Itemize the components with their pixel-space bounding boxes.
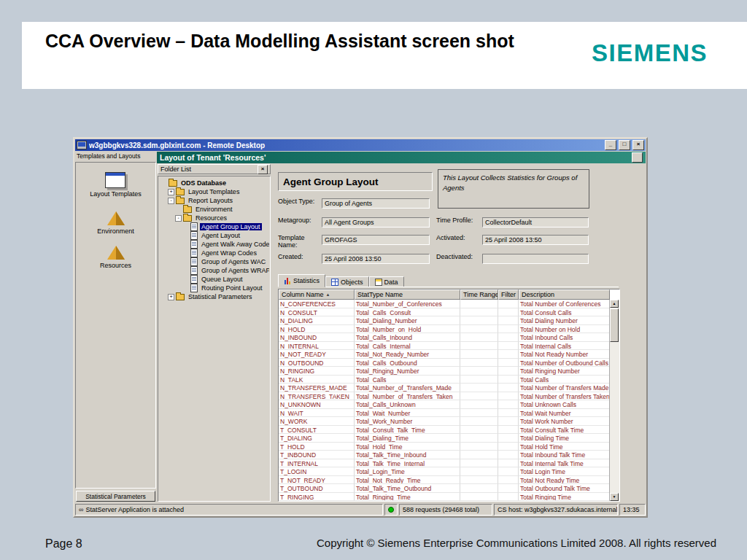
left-panel-items: Layout TemplatesEnvironmentResources — [75, 162, 156, 489]
table-cell: Total_Number_on_Hold — [355, 325, 460, 334]
tree-item[interactable]: Agent Walk Away Codes — [159, 240, 269, 249]
column-header-time-range[interactable]: Time Range — [460, 289, 498, 300]
field-label: Time Profile: — [436, 217, 479, 225]
table-cell — [460, 367, 498, 376]
tab-objects[interactable]: Objects — [325, 276, 369, 287]
table-cell: Total Hold Time — [519, 443, 610, 451]
left-panel-item-resources[interactable]: Resources — [100, 246, 131, 269]
tree-expander[interactable]: + — [168, 189, 174, 195]
table-row[interactable]: N_TALKTotal_CallsTotal Calls — [279, 376, 610, 384]
table-cell: T_HOLD — [279, 443, 355, 451]
tree-item[interactable]: Queue Layout — [159, 275, 269, 284]
field-value[interactable] — [482, 254, 589, 264]
tree-item[interactable]: +Statistical Parameters — [159, 292, 269, 301]
tree-expander[interactable]: - — [168, 198, 174, 204]
table-row[interactable]: T_OUTBOUNDTotal_Talk_Time_OutboundTotal … — [279, 484, 610, 493]
field-label: Deactivated: — [436, 254, 479, 261]
copyright: Copyright © Siemens Enterprise Communica… — [317, 537, 716, 549]
table-row[interactable]: T_RINGINGTotal_Ringing_TimeTotal Ringing… — [279, 493, 610, 502]
table-cell — [460, 300, 498, 308]
tree-expander[interactable]: + — [168, 294, 174, 300]
scroll-up-icon[interactable]: ▲ — [610, 300, 619, 308]
table-cell — [498, 476, 519, 485]
tree-item[interactable]: ODS Database — [159, 179, 269, 187]
table-cell: Total Inbound Talk Time — [519, 451, 610, 459]
folder-list-header[interactable]: Folder List × — [158, 164, 271, 174]
tree-item[interactable]: Agent Wrap Codes — [159, 249, 269, 257]
tree-item[interactable]: -Report Layouts — [159, 196, 269, 205]
column-header-filter[interactable]: Filter — [498, 289, 519, 300]
table-row[interactable]: N_NOT_READYTotal_Not_Ready_NumberTotal N… — [279, 350, 610, 359]
table-row[interactable]: T_CONSULTTotal_Consult_Talk_TimeTotal Co… — [279, 426, 610, 435]
table-cell — [498, 417, 519, 426]
table-row[interactable]: T_INBOUNDTotal_Talk_Time_InboundTotal In… — [279, 451, 610, 459]
tree-item[interactable]: Routing Point Layout — [159, 284, 269, 292]
column-header-stattype-name[interactable]: StatType Name — [355, 289, 460, 300]
field-value[interactable]: Group of Agents — [322, 198, 430, 209]
table-row[interactable]: N_WORKTotal_Work_NumberTotal Work Number — [279, 417, 610, 426]
table-row[interactable]: N_TRANSFERS_TAKENTotal_Number_of_Transfe… — [279, 392, 610, 401]
tree-item[interactable]: Environment — [159, 205, 269, 214]
table-cell: Total Internal Talk Time — [519, 459, 610, 468]
tree-expander[interactable]: - — [175, 215, 182, 222]
field-value[interactable]: CollectorDefault — [482, 217, 589, 228]
tree-item[interactable]: Agent Group Layout — [159, 222, 269, 231]
table-row[interactable]: N_DIALINGTotal_Dialing_NumberTotal Diali… — [279, 316, 610, 325]
scroll-thumb[interactable] — [610, 308, 619, 342]
table-cell: Total Dialing Number — [519, 316, 610, 325]
field-value[interactable]: 25 April 2008 13:50 — [322, 254, 430, 264]
table-cell — [460, 350, 498, 359]
table-row[interactable]: N_TRANSFERS_MADETotal_Number_of_Transfer… — [279, 384, 610, 392]
close-button[interactable]: × — [632, 140, 644, 150]
column-header-description[interactable]: Description — [519, 289, 610, 300]
tree-item[interactable]: Group of Agents WAC — [159, 257, 269, 266]
table-cell: Total Inbound Calls — [519, 333, 610, 342]
table-cell: Total Unknown Calls — [519, 400, 610, 409]
table-row[interactable]: N_INTERNALTotal_Calls_InternalTotal Inte… — [279, 342, 610, 351]
left-panel-item-environment[interactable]: Environment — [97, 211, 134, 235]
left-panel-item-layout-templates[interactable]: Layout Templates — [90, 172, 141, 198]
table-row[interactable]: N_INBOUNDTotal_Calls_InboundTotal Inboun… — [279, 333, 610, 342]
table-cell: N_TRANSFERS_MADE — [279, 384, 355, 392]
table-row[interactable]: T_LOGINTotal_Login_TimeTotal Login Time — [279, 467, 610, 476]
slide-header: CCA Overview – Data Modelling Assistant … — [22, 22, 747, 89]
table-row[interactable]: N_UNKNOWNTotal_Calls_UnknownTotal Unknow… — [279, 400, 610, 409]
tab-statistics[interactable]: Statistics — [278, 274, 325, 287]
table-row[interactable]: T_DIALINGTotal_Dialing_TimeTotal Dialing… — [279, 434, 610, 443]
field-value[interactable]: GROFAGS — [322, 235, 430, 245]
tab-data[interactable]: Data — [369, 276, 404, 287]
table-row[interactable]: T_HOLDTotal_Hold_TimeTotal Hold Time — [279, 443, 610, 451]
tree-item[interactable]: -Resources — [159, 214, 269, 222]
tree-item[interactable]: Agent Layout — [159, 231, 269, 240]
table-row[interactable]: T_INTERNALTotal_Talk_Time_InternalTotal … — [279, 459, 610, 468]
tree-item[interactable]: +Layout Templates — [159, 187, 269, 196]
table-row[interactable]: N_CONSULTTotal_Calls_ConsultTotal Consul… — [279, 308, 610, 317]
table-row[interactable]: N_HOLDTotal_Number_on_HoldTotal Number o… — [279, 325, 610, 334]
slide-title: CCA Overview – Data Modelling Assistant … — [45, 31, 549, 52]
table-cell: N_TALK — [279, 376, 355, 384]
status-requests: 588 requests (29468 total) — [399, 504, 492, 516]
field-value[interactable]: All Agent Groups — [322, 217, 430, 228]
table-row[interactable]: N_CONFERENCESTotal_Number_of_Conferences… — [279, 300, 610, 308]
minimize-button[interactable]: _ — [605, 140, 616, 150]
table-row[interactable]: N_WAITTotal_Wait_NumberTotal Wait Number — [279, 409, 610, 418]
table-row[interactable]: T_NOT_READYTotal_Not_Ready_TimeTotal Not… — [279, 476, 610, 485]
maximize-button[interactable]: □ — [619, 140, 630, 150]
tree-item[interactable]: Group of Agents WRAP — [159, 266, 269, 275]
tree-item-label: Agent Group Layout — [200, 223, 262, 230]
table-row[interactable]: N_RINGINGTotal_Ringing_NumberTotal Ringi… — [279, 367, 610, 376]
field-value[interactable]: 25 April 2008 13:50 — [482, 235, 589, 245]
tree-item-label: Layout Templates — [187, 188, 241, 195]
table-scrollbar[interactable]: ▲ ▼ — [609, 300, 619, 501]
inner-window-button[interactable] — [632, 152, 643, 163]
folder-list-close-icon[interactable]: × — [258, 165, 268, 174]
table-row[interactable]: N_OUTBOUNDTotal_Calls_OutboundTotal Numb… — [279, 359, 610, 368]
folder-icon — [176, 198, 185, 204]
statistical-parameters-button[interactable]: Statistical Parameters — [76, 491, 155, 502]
table-cell — [498, 333, 519, 342]
table-cell: Total_Talk_Time_Inbound — [355, 451, 460, 459]
column-header-column-name[interactable]: Column Name▲ — [279, 289, 355, 300]
window-titlebar[interactable]: w3gbbgkvs328.sdm.gblxint.com - Remote De… — [75, 139, 646, 151]
scroll-down-icon[interactable]: ▼ — [610, 493, 619, 501]
table-cell: T_INBOUND — [279, 451, 355, 459]
